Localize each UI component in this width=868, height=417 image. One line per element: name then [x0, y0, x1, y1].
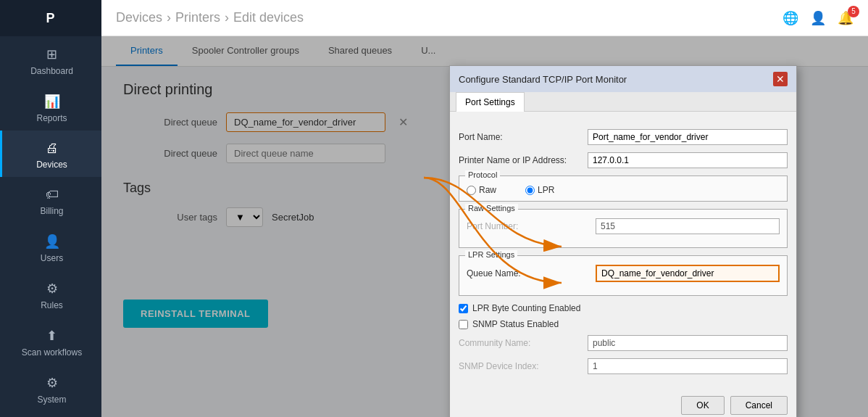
lpr-settings-group: LPR Settings Queue Name: [459, 255, 788, 296]
sidebar-item-rules[interactable]: ⚙ Rules [0, 271, 101, 318]
port-name-row: Port Name: [459, 129, 788, 145]
protocol-raw-radio[interactable]: Raw [467, 185, 496, 195]
raw-settings-title: Raw Settings [465, 204, 518, 212]
raw-settings-group: Raw Settings Port Number: [459, 209, 788, 248]
printer-ip-row: Printer Name or IP Address: [459, 152, 788, 168]
modal-titlebar: Configure Standard TCP/IP Port Monitor ✕ [450, 66, 796, 92]
breadcrumb-devices[interactable]: Devices [116, 10, 162, 25]
modal-body: Port Name: Printer Name or IP Address: P… [450, 120, 796, 390]
sidebar-item-system[interactable]: ⚙ System [0, 365, 101, 412]
protocol-radio-group: Raw LPR [467, 185, 780, 195]
sidebar-item-scan-workflows[interactable]: ⬆ Scan workflows [0, 318, 101, 365]
content-area: Printers Spooler Controller groups Share… [101, 36, 868, 417]
printer-ip-label: Printer Name or IP Address: [459, 155, 582, 165]
modal-tabs: Port Settings [450, 92, 796, 112]
topbar-right: 🌐 👤 🔔 5 [783, 10, 854, 26]
users-icon: 👤 [44, 234, 60, 249]
snmp-status-checkbox[interactable] [459, 320, 468, 329]
port-name-label: Port Name: [459, 132, 582, 142]
lpr-byte-counting-checkbox[interactable] [459, 304, 468, 313]
protocol-group-title: Protocol [465, 170, 500, 179]
sidebar-item-billing[interactable]: 🏷 Billing [0, 177, 101, 223]
community-name-label: Community Name: [459, 338, 582, 348]
sidebar-item-label: System [37, 395, 66, 405]
modal-tab-port-settings[interactable]: Port Settings [456, 92, 525, 112]
queue-name-input[interactable] [596, 265, 780, 282]
snmp-device-index-row: SNMP Device Index: [459, 358, 788, 374]
sidebar-item-label: Users [41, 253, 63, 263]
sidebar-item-label: Reports [36, 113, 67, 123]
sidebar-item-label: Billing [40, 206, 63, 216]
sidebar-item-reports[interactable]: 📊 Reports [0, 83, 101, 131]
snmp-status-label: SNMP Status Enabled [472, 319, 559, 329]
sidebar-item-label: Rules [41, 300, 63, 310]
sidebar-item-users[interactable]: 👤 Users [0, 223, 101, 271]
snmp-status-row: SNMP Status Enabled [459, 319, 788, 329]
sidebar-item-devices[interactable]: 🖨 Devices [0, 131, 101, 177]
port-number-row: Port Number: [467, 218, 780, 234]
sidebar: P ⊞ Dashboard 📊 Reports 🖨 Devices 🏷 Bill… [0, 0, 101, 417]
modal-title: Configure Standard TCP/IP Port Monitor [459, 74, 627, 85]
snmp-device-index-input [588, 358, 788, 374]
system-icon: ⚙ [46, 375, 58, 391]
port-name-input[interactable] [588, 129, 788, 145]
breadcrumb-sep2: › [225, 10, 229, 25]
lpr-byte-counting-row: LPR Byte Counting Enabled [459, 303, 788, 313]
language-selector[interactable]: 🌐 [783, 10, 798, 26]
snmp-device-index-label: SNMP Device Index: [459, 361, 582, 371]
protocol-group: Protocol Raw LPR [459, 176, 788, 202]
sidebar-item-label: Scan workflows [22, 347, 82, 358]
breadcrumb-sep1: › [167, 10, 171, 25]
user-icon[interactable]: 👤 [810, 10, 826, 26]
queue-name-label: Queue Name: [467, 268, 590, 278]
tcp-ip-port-modal: Configure Standard TCP/IP Port Monitor ✕… [449, 65, 797, 417]
devices-icon: 🖨 [46, 141, 59, 156]
community-name-input [588, 335, 788, 351]
port-number-input [596, 218, 780, 234]
rules-icon: ⚙ [46, 281, 58, 297]
breadcrumb-edit: Edit devices [233, 10, 304, 25]
breadcrumb-printers[interactable]: Printers [175, 10, 220, 25]
notification-badge: 5 [848, 6, 859, 17]
main-area: Devices › Printers › Edit devices 🌐 👤 🔔 … [101, 0, 868, 417]
reports-icon: 📊 [44, 94, 60, 110]
lpr-byte-counting-label: LPR Byte Counting Enabled [472, 303, 580, 313]
app-logo: P [0, 0, 101, 36]
dashboard-icon: ⊞ [46, 46, 57, 62]
sidebar-item-label: Devices [36, 160, 67, 170]
modal-ok-button[interactable]: OK [681, 396, 724, 415]
modal-close-button[interactable]: ✕ [773, 72, 788, 86]
port-number-label: Port Number: [467, 221, 590, 231]
community-name-row: Community Name: [459, 335, 788, 351]
protocol-lpr-label: LPR [538, 185, 554, 195]
modal-footer: OK Cancel [450, 390, 796, 417]
protocol-raw-label: Raw [479, 185, 496, 195]
notifications-icon[interactable]: 🔔 5 [838, 10, 854, 26]
topbar: Devices › Printers › Edit devices 🌐 👤 🔔 … [101, 0, 868, 36]
queue-name-row: Queue Name: [467, 265, 780, 282]
scan-icon: ⬆ [46, 328, 57, 344]
protocol-lpr-radio[interactable]: LPR [525, 185, 554, 195]
modal-cancel-button[interactable]: Cancel [730, 396, 788, 415]
sidebar-item-label: Dashboard [30, 66, 73, 76]
printer-ip-input[interactable] [588, 152, 788, 168]
billing-icon: 🏷 [46, 187, 59, 202]
lpr-settings-title: LPR Settings [465, 250, 517, 259]
breadcrumb: Devices › Printers › Edit devices [116, 10, 304, 25]
sidebar-item-dashboard[interactable]: ⊞ Dashboard [0, 36, 101, 83]
